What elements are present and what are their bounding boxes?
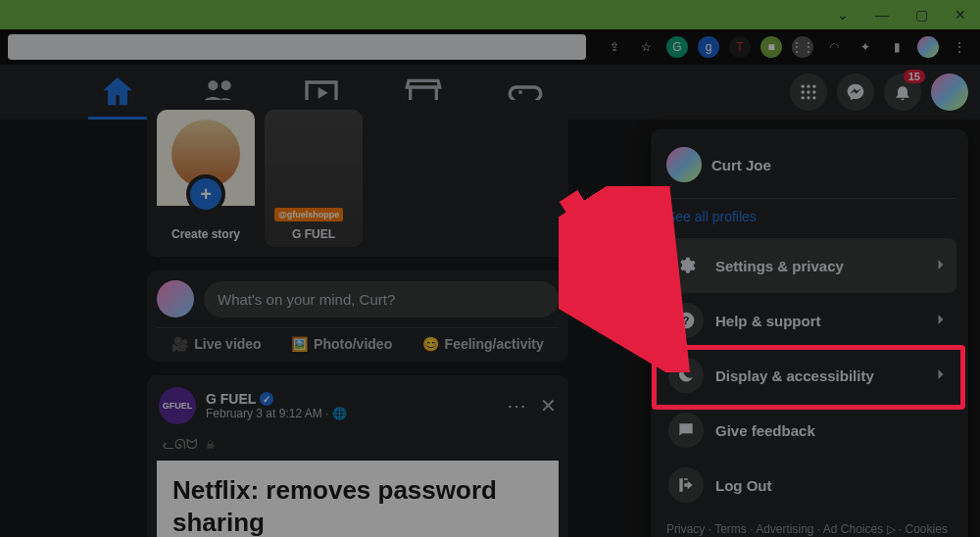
menu-item-label: Display & accessibility (715, 367, 874, 384)
notifications-button[interactable]: 15 (884, 73, 921, 111)
composer-input[interactable]: What's on your mind, Curt? (204, 281, 559, 317)
menu-log-out[interactable]: Log Out (662, 458, 956, 513)
chevron-right-icon (931, 255, 951, 277)
post-author-name[interactable]: G FUEL✓ (206, 391, 347, 407)
menu-footer: Privacy · Terms · Advertising · Ad Choic… (662, 513, 956, 537)
browser-toolbar: ⇪ ☆ G g T ■ ⋮⋮ ◠ ✦ ▮ ⋮ (0, 29, 980, 65)
svg-point-8 (812, 96, 815, 99)
svg-point-6 (802, 96, 805, 99)
window-close[interactable]: ✕ (951, 7, 970, 23)
menu-display-accessibility[interactable]: Display & accessibility (662, 348, 956, 403)
window-dropdown[interactable]: ⌄ (833, 7, 853, 23)
composer-avatar[interactable] (157, 280, 194, 317)
composer: What's on your mind, Curt? 🎥Live video 🖼… (147, 270, 568, 362)
content-area: + Create story @gfuelshoppe G FUEL What'… (0, 120, 980, 537)
menu-item-label: Log Out (715, 477, 771, 494)
svg-text:?: ? (683, 315, 690, 326)
window-maximize[interactable]: ▢ (911, 7, 931, 23)
browser-profile-avatar[interactable] (917, 36, 939, 58)
verified-icon: ✓ (260, 392, 273, 406)
account-menu: Curt Joe See all profiles Settings & pri… (651, 129, 968, 537)
ext-icon-3[interactable]: T (729, 36, 751, 58)
menu-give-feedback[interactable]: Give feedback (662, 403, 956, 458)
svg-point-1 (807, 85, 809, 88)
post-timestamp[interactable]: February 3 at 9:12 AM · 🌐 (206, 407, 347, 420)
stories-tray: + Create story @gfuelshoppe G FUEL (147, 100, 568, 257)
post-close-icon[interactable]: ✕ (540, 394, 557, 417)
feed-column: + Create story @gfuelshoppe G FUEL What'… (147, 120, 568, 537)
menu-profile-name: Curt Joe (711, 157, 771, 173)
window-titlebar: ⌄ — ▢ ✕ (0, 0, 980, 29)
nav-home[interactable] (98, 65, 137, 120)
create-story-card[interactable]: + Create story (157, 110, 255, 247)
ext-icon-6[interactable]: ◠ (823, 36, 845, 58)
video-icon: 🎥 (172, 336, 188, 352)
notifications-badge: 15 (904, 70, 925, 83)
create-story-label: Create story (166, 221, 246, 247)
menu-settings-privacy[interactable]: Settings & privacy (662, 238, 956, 293)
ext-icon-4[interactable]: ■ (760, 36, 782, 58)
see-all-profiles-link[interactable]: See all profiles (662, 198, 956, 238)
svg-point-4 (807, 90, 809, 93)
menu-item-label: Give feedback (715, 422, 815, 439)
post-author-avatar[interactable]: GFUEL (159, 387, 196, 424)
feeling-icon: 😊 (422, 336, 439, 352)
photo-icon: 🖼️ (291, 336, 308, 352)
composer-photo-video[interactable]: 🖼️Photo/video (291, 336, 392, 352)
bookmarks-icon[interactable]: ▮ (886, 36, 907, 58)
star-icon[interactable]: ☆ (635, 36, 657, 58)
svg-point-5 (812, 90, 815, 93)
svg-point-3 (802, 90, 805, 93)
extensions-icon[interactable]: ✦ (855, 36, 876, 58)
share-icon[interactable]: ⇪ (604, 36, 625, 58)
window-minimize[interactable]: — (872, 7, 892, 23)
story-label: G FUEL (286, 221, 341, 247)
moon-icon (668, 358, 704, 393)
menu-avatar (666, 147, 702, 182)
menu-item-label: Help & support (715, 313, 821, 329)
account-avatar-button[interactable] (931, 73, 968, 111)
feed-post: GFUEL G FUEL✓ February 3 at 9:12 AM · 🌐 … (147, 375, 568, 537)
address-bar[interactable] (8, 34, 586, 60)
ext-icon-5[interactable]: ⋮⋮ (792, 36, 813, 58)
svg-point-0 (802, 85, 805, 88)
menu-grid-button[interactable] (790, 73, 827, 111)
post-media-card[interactable]: Netflix: removes password sharing (157, 461, 559, 537)
ext-icon-2[interactable]: g (698, 36, 719, 58)
feedback-icon (668, 413, 704, 448)
gear-icon (668, 248, 704, 283)
story-tag: @gfuelshoppe (274, 208, 343, 221)
help-icon: ? (668, 303, 704, 338)
svg-point-2 (812, 85, 815, 88)
menu-item-label: Settings & privacy (715, 258, 844, 274)
composer-live-video[interactable]: 🎥Live video (172, 336, 261, 352)
menu-profile-row[interactable]: Curt Joe (662, 141, 956, 188)
logout-icon (668, 467, 704, 503)
browser-menu-icon[interactable]: ⋮ (949, 36, 970, 58)
messenger-button[interactable] (837, 73, 874, 111)
post-text: ᓚᘏᗢ ☠ (147, 436, 568, 461)
svg-point-7 (807, 96, 809, 99)
chevron-right-icon (931, 365, 951, 387)
plus-icon: + (186, 174, 225, 214)
composer-feeling[interactable]: 😊Feeling/activity (422, 336, 544, 352)
chevron-right-icon (931, 310, 951, 332)
story-card[interactable]: @gfuelshoppe G FUEL (265, 110, 363, 247)
menu-help-support[interactable]: ? Help & support (662, 293, 956, 348)
post-more-icon[interactable]: ⋯ (507, 394, 526, 417)
ext-icon-1[interactable]: G (666, 36, 688, 58)
